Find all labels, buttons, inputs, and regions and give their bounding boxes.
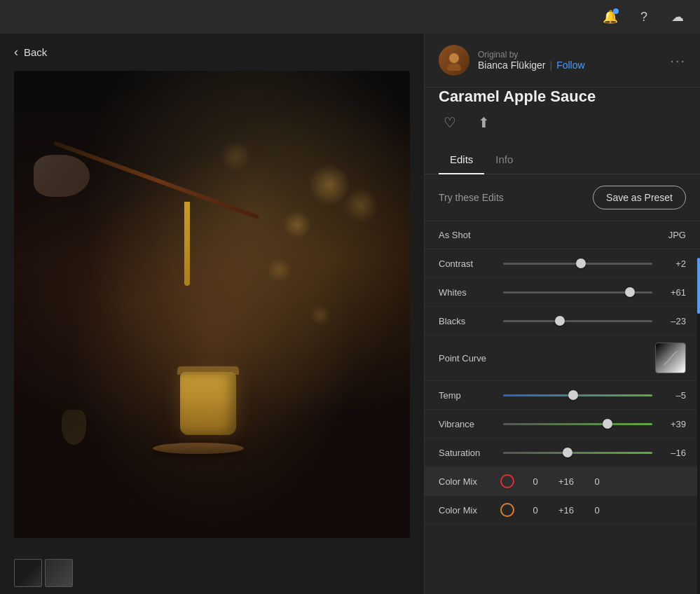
thumbnail-1[interactable]: [14, 559, 42, 587]
honey-drip: [184, 202, 190, 286]
contrast-value: +2: [661, 258, 686, 269]
vibrance-thumb[interactable]: [603, 419, 612, 429]
point-curve-row: Point Curve: [425, 336, 700, 381]
color-mix-circle-red[interactable]: [500, 474, 514, 488]
right-scrollbar-track[interactable]: [697, 258, 700, 594]
left-panel: ‹ Back: [0, 34, 424, 594]
whites-row: Whites +61: [425, 278, 700, 307]
vibrance-slider[interactable]: [503, 417, 652, 431]
as-shot-row: As Shot JPG: [425, 221, 700, 249]
avatar: [439, 45, 469, 76]
original-by-label: Original by: [478, 50, 585, 60]
blacks-value: –23: [661, 316, 686, 326]
bokeh-2: [283, 211, 311, 239]
try-edits-label: Try these Edits: [439, 192, 504, 203]
vibrance-row: Vibrance +39: [425, 410, 700, 438]
notification-dot: [613, 8, 619, 14]
saturation-row: Saturation –16: [425, 438, 700, 467]
saturation-label: Saturation: [439, 448, 495, 458]
right-scrollbar-thumb[interactable]: [697, 258, 700, 314]
bokeh-3: [343, 188, 378, 223]
help-icon[interactable]: ?: [633, 6, 655, 28]
color-mix-label-1: Color Mix: [439, 476, 495, 487]
profile-section: Original by Bianca Flükiger | Follow ···: [425, 34, 700, 88]
color-mix-label-2: Color Mix: [439, 505, 495, 516]
color-mix-val-2-3: 0: [587, 505, 607, 516]
contrast-thumb[interactable]: [576, 258, 586, 268]
author-name-row: Bianca Flükiger | Follow: [478, 60, 585, 71]
blacks-row: Blacks –23: [425, 307, 700, 336]
contrast-label: Contrast: [439, 258, 495, 269]
color-mix-val-1-1: 0: [526, 476, 545, 487]
profile-row: Original by Bianca Flükiger | Follow ···: [439, 45, 686, 76]
hand: [34, 155, 90, 197]
vibrance-label: Vibrance: [439, 419, 495, 429]
action-icons-row: [425, 109, 700, 145]
tabs-row: Edits Info: [425, 145, 700, 174]
whites-value: +61: [661, 287, 686, 298]
photo-container: [14, 71, 410, 538]
right-panel: Original by Bianca Flükiger | Follow ···…: [424, 34, 700, 594]
saturation-thumb[interactable]: [563, 448, 572, 457]
color-mix-values-2: 0 +16 0: [526, 505, 607, 516]
share-button[interactable]: [472, 111, 495, 134]
as-shot-value: JPG: [668, 230, 686, 240]
right-panel-wrapper: Original by Bianca Flükiger | Follow ···…: [424, 34, 700, 594]
color-mix-val-1-2: +16: [556, 476, 576, 487]
color-mix-val-2-2: +16: [556, 505, 576, 516]
topbar: 🔔 ? ☁: [0, 0, 700, 34]
bokeh-6: [310, 305, 331, 326]
like-button[interactable]: [439, 111, 461, 134]
bokeh-5: [220, 141, 252, 172]
cloud-icon[interactable]: ☁: [666, 6, 689, 28]
tab-info[interactable]: Info: [484, 145, 524, 174]
profile-info: Original by Bianca Flükiger | Follow: [439, 45, 585, 76]
temp-label: Temp: [439, 390, 495, 401]
vibrance-value: +39: [661, 419, 686, 429]
photo-title: Caramel Apple Sauce: [425, 88, 700, 109]
bokeh-4: [267, 258, 291, 282]
thumbnail-2[interactable]: [45, 559, 73, 587]
blacks-slider[interactable]: [503, 314, 652, 328]
whites-slider[interactable]: [503, 285, 652, 299]
photo-thumbnails: [0, 552, 424, 594]
point-curve-label: Point Curve: [439, 353, 486, 364]
color-mix-circle-orange[interactable]: [500, 503, 514, 517]
color-mix-row-2: Color Mix 0 +16 0: [425, 496, 700, 525]
saturation-slider[interactable]: [503, 446, 652, 460]
save-preset-button[interactable]: Save as Preset: [593, 186, 686, 209]
follow-button[interactable]: Follow: [556, 60, 584, 71]
back-button[interactable]: ‹ Back: [0, 34, 424, 71]
try-edits-bar: Try these Edits Save as Preset: [425, 174, 700, 221]
point-curve-thumbnail[interactable]: [655, 343, 686, 373]
temp-slider[interactable]: [503, 388, 652, 402]
as-shot-label: As Shot: [439, 230, 471, 240]
back-arrow-icon: ‹: [14, 45, 18, 60]
temp-row: Temp –5: [425, 381, 700, 410]
profile-text: Original by Bianca Flükiger | Follow: [478, 50, 585, 71]
photo-image: [14, 71, 410, 538]
author-name: Bianca Flükiger: [478, 60, 546, 71]
back-label: Back: [24, 46, 47, 58]
edits-panel[interactable]: Try these Edits Save as Preset As Shot J…: [425, 174, 700, 594]
svg-point-0: [449, 53, 459, 63]
contrast-slider[interactable]: [503, 256, 652, 270]
tab-edits[interactable]: Edits: [439, 145, 484, 174]
separator: |: [550, 60, 553, 71]
main-content: ‹ Back: [0, 34, 700, 594]
blacks-label: Blacks: [439, 316, 495, 326]
blacks-thumb[interactable]: [555, 316, 565, 326]
pine-cone: [62, 410, 86, 445]
color-mix-row-1: Color Mix 0 +16 0: [425, 467, 700, 496]
saturation-value: –16: [661, 448, 686, 458]
notification-icon[interactable]: 🔔: [599, 6, 622, 28]
color-mix-val-1-3: 0: [587, 476, 607, 487]
contrast-row: Contrast +2: [425, 249, 700, 278]
whites-label: Whites: [439, 287, 495, 298]
temp-value: –5: [661, 390, 686, 401]
color-mix-val-2-1: 0: [526, 505, 545, 516]
color-mix-values-1: 0 +16 0: [526, 476, 607, 487]
whites-thumb[interactable]: [625, 287, 635, 297]
temp-thumb[interactable]: [568, 390, 578, 400]
more-options-button[interactable]: ···: [670, 53, 686, 69]
